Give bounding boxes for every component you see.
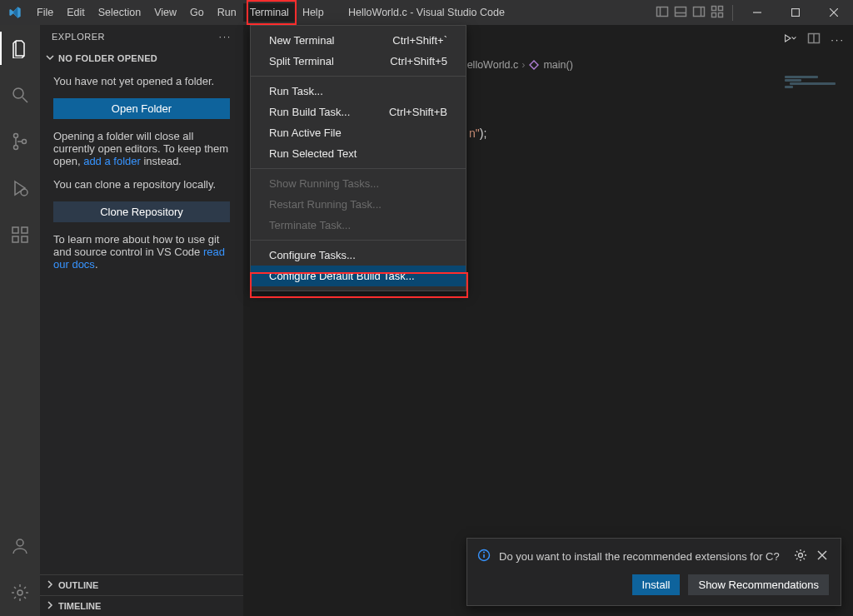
chevron-right-icon [45,600,55,612]
toggle-secondary-sidebar-icon[interactable] [692,5,706,21]
explorer-sidebar: EXPLORER ··· NO FOLDER OPENED You have n… [40,25,244,616]
svg-marker-19 [15,181,25,195]
layout-icons [656,5,733,21]
menu-run-build-task[interactable]: Run Build Task...Ctrl+Shift+B [251,102,466,122]
svg-point-17 [14,146,18,150]
svg-rect-2 [676,7,686,16]
svg-rect-24 [22,227,27,233]
svg-point-36 [483,552,485,554]
window-maximize-button[interactable] [776,0,815,25]
toast-gear-icon[interactable] [794,549,807,564]
menu-restart-running-task: Restart Running Task... [251,194,466,215]
code-punct-fragment: ); [480,127,487,140]
menu-go[interactable]: Go [183,3,211,22]
minimap[interactable] [778,75,853,90]
activity-source-control[interactable] [0,125,40,158]
menu-new-terminal[interactable]: New TerminalCtrl+Shift+` [251,30,466,51]
toast-show-recommendations-button[interactable]: Show Recommendations [688,574,829,595]
menu-help[interactable]: Help [296,3,331,22]
svg-rect-23 [22,236,27,242]
split-editor-icon[interactable] [807,32,821,47]
svg-line-15 [22,97,27,102]
svg-point-14 [13,88,23,98]
menu-run-task[interactable]: Run Task... [251,81,466,102]
svg-marker-31 [786,35,791,42]
menu-split-terminal[interactable]: Split TerminalCtrl+Shift+5 [251,51,466,72]
toggle-primary-sidebar-icon[interactable] [656,5,669,21]
menu-run-active-file[interactable]: Run Active File [251,122,466,143]
toast-install-button[interactable]: Install [632,574,681,595]
menu-run[interactable]: Run [211,3,243,22]
svg-rect-7 [719,6,723,10]
window-minimize-button[interactable] [738,0,776,25]
menu-show-running-tasks: Show Running Tasks... [251,173,466,194]
no-folder-opened-header[interactable]: NO FOLDER OPENED [40,48,243,68]
menu-file[interactable]: File [30,3,60,22]
clone-text: You can clone a repository locally. [53,178,230,191]
terminal-menu: New TerminalCtrl+Shift+` Split TerminalC… [250,25,466,291]
activity-bar [0,25,40,616]
svg-point-16 [14,134,18,138]
svg-point-26 [17,590,22,595]
activity-explorer[interactable] [0,32,40,65]
run-dropdown-icon[interactable] [784,32,797,47]
explorer-title: EXPLORER [52,32,105,42]
chevron-right-icon [45,579,55,591]
chevron-down-icon [45,52,55,64]
menu-selection[interactable]: Selection [92,3,147,22]
svg-rect-11 [792,9,800,17]
window-close-button[interactable] [815,0,853,25]
timeline-section[interactable]: TIMELINE [40,595,243,616]
info-icon [477,549,491,564]
activity-extensions[interactable] [0,218,40,251]
not-opened-text: You have not yet opened a folder. [53,75,230,87]
menu-terminal[interactable]: Terminal [243,3,296,22]
svg-point-25 [17,539,23,546]
vscode-logo-icon [0,6,30,19]
menu-view[interactable]: View [147,3,183,22]
activity-manage[interactable] [0,576,40,609]
svg-point-18 [22,140,27,144]
toast-message: Do you want to install the recommended e… [499,550,786,563]
recommendation-toast: Do you want to install the recommended e… [466,538,841,606]
svg-rect-4 [694,7,705,16]
menu-run-selected-text[interactable]: Run Selected Text [251,143,466,164]
window-title: HelloWorld.c - Visual Studio Code [348,7,505,18]
svg-point-37 [799,554,803,558]
menu-configure-default-build-task[interactable]: Configure Default Build Task... [251,266,466,286]
menu-terminate-task: Terminate Task... [251,215,466,236]
close-editors-text: Opening a folder will close all currentl… [53,130,230,167]
open-folder-button[interactable]: Open Folder [53,98,230,119]
svg-rect-9 [719,12,723,17]
menu-configure-tasks[interactable]: Configure Tasks... [251,245,466,266]
learn-text: To learn more about how to use git and s… [53,233,230,271]
menu-bar: File Edit Selection View Go Run Terminal… [30,3,331,22]
more-actions-icon[interactable]: ··· [831,33,845,46]
outline-section[interactable]: OUTLINE [40,574,243,595]
clone-repository-button[interactable]: Clone Repository [53,201,230,222]
title-bar: File Edit Selection View Go Run Terminal… [0,0,853,25]
activity-accounts[interactable] [0,529,40,563]
toggle-panel-icon[interactable] [674,5,687,21]
add-a-folder-link[interactable]: add a folder [83,155,141,167]
svg-rect-22 [12,236,18,242]
code-string-fragment: n" [469,127,480,140]
function-icon [528,59,540,71]
toast-close-icon[interactable] [816,549,829,564]
svg-rect-0 [657,7,668,16]
customize-layout-icon[interactable] [711,5,724,21]
activity-run-debug[interactable] [0,171,40,205]
activity-search[interactable] [0,78,40,112]
svg-rect-21 [12,227,18,233]
explorer-more-icon[interactable]: ··· [219,32,232,42]
svg-rect-8 [712,12,716,17]
menu-edit[interactable]: Edit [60,3,92,22]
svg-rect-6 [712,6,716,10]
svg-point-20 [21,189,27,196]
